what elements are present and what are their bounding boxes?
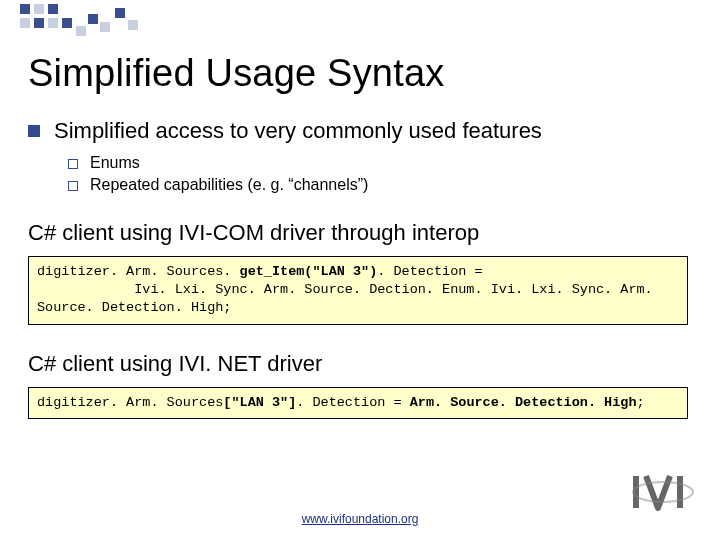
deco-square bbox=[20, 4, 30, 14]
slide-body: Simplified access to very commonly used … bbox=[28, 118, 688, 419]
bullet-text: Enums bbox=[90, 154, 140, 172]
footer: www.ivifoundation.org bbox=[0, 512, 720, 526]
decorative-squares bbox=[0, 0, 720, 40]
bullet-level2: Enums bbox=[68, 154, 688, 172]
deco-square bbox=[20, 18, 30, 28]
bullet-text: Simplified access to very commonly used … bbox=[54, 118, 542, 144]
hollow-square-bullet-icon bbox=[68, 159, 78, 169]
deco-square bbox=[128, 20, 138, 30]
deco-square bbox=[100, 22, 110, 32]
code-text: digitizer. Arm. Sources bbox=[37, 395, 223, 410]
code-block-ivinet: digitizer. Arm. Sources["LAN 3"]. Detect… bbox=[28, 387, 688, 419]
section-heading-ivinet: C# client using IVI. NET driver bbox=[28, 351, 688, 377]
code-keyword: Arm. Source. Detection. High bbox=[410, 395, 637, 410]
code-keyword: get_Item("LAN 3") bbox=[240, 264, 378, 279]
code-keyword: ["LAN 3"] bbox=[223, 395, 296, 410]
footer-link[interactable]: www.ivifoundation.org bbox=[302, 512, 419, 526]
code-text: . Detection = bbox=[296, 395, 409, 410]
deco-square bbox=[115, 8, 125, 18]
bullet-level2: Repeated capabilities (e. g. “channels”) bbox=[68, 176, 688, 194]
code-text: ; bbox=[637, 395, 645, 410]
code-text: digitizer. Arm. Sources. bbox=[37, 264, 240, 279]
deco-square bbox=[48, 4, 58, 14]
deco-square bbox=[48, 18, 58, 28]
ivi-logo bbox=[632, 472, 694, 512]
bullet-text: Repeated capabilities (e. g. “channels”) bbox=[90, 176, 368, 194]
deco-square bbox=[34, 4, 44, 14]
slide-title: Simplified Usage Syntax bbox=[28, 52, 444, 95]
deco-square bbox=[88, 14, 98, 24]
deco-square bbox=[34, 18, 44, 28]
deco-square bbox=[76, 26, 86, 36]
section-heading-interop: C# client using IVI-COM driver through i… bbox=[28, 220, 688, 246]
hollow-square-bullet-icon bbox=[68, 181, 78, 191]
bullet-level1: Simplified access to very commonly used … bbox=[28, 118, 688, 144]
deco-square bbox=[62, 18, 72, 28]
square-bullet-icon bbox=[28, 125, 40, 137]
code-block-interop: digitizer. Arm. Sources. get_Item("LAN 3… bbox=[28, 256, 688, 325]
